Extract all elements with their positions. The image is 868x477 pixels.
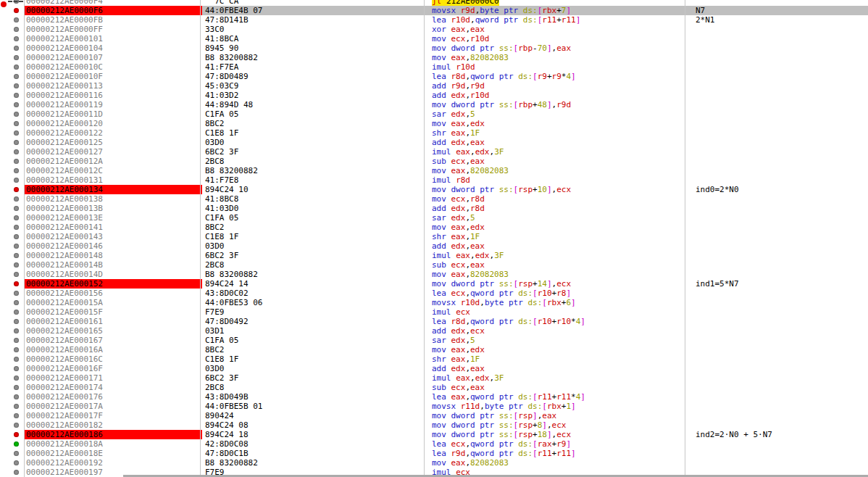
breakpoint-slot-icon[interactable] (14, 253, 19, 258)
disasm-row[interactable]: 00000212AE00016503D1add edx,ecx (0, 326, 868, 336)
disasm-row[interactable]: 00000212AE0000F4^ 7C CAjl 212AE0000C0 (0, 0, 868, 6)
disasm-row[interactable]: 00000212AE00011944:894D 48mov dword ptr … (0, 100, 868, 109)
disasm-row[interactable]: 00000212AE0001048945 90mov dword ptr ss:… (0, 43, 868, 53)
disasm-row[interactable]: 00000212AE00018E47:8D0C1Blea r9d,qword p… (0, 449, 868, 458)
disasm-row[interactable]: 00000212AE00012503D0add edx,eax (0, 138, 868, 147)
disasm-row[interactable]: 00000212AE00010141:8BCAmov ecx,r10d (0, 34, 868, 43)
disasm-row[interactable]: 00000212AE0001716BC2 3Fimul eax,edx,3F (0, 373, 868, 383)
breakpoint-slot-icon[interactable] (14, 460, 19, 465)
disasm-row[interactable]: 00000212AE00017A44:0FBE5B 01movsx r11d,b… (0, 402, 868, 411)
breakpoint-slot-icon[interactable] (14, 83, 19, 88)
active-breakpoint-icon[interactable] (14, 432, 19, 437)
breakpoint-slot-icon[interactable] (14, 46, 19, 51)
breakpoint-slot-icon[interactable] (14, 225, 19, 230)
breakpoint-slot-icon[interactable] (14, 357, 19, 362)
disasm-row[interactable]: 00000212AE000186894C24 18mov dword ptr s… (0, 430, 868, 439)
disasm-row[interactable]: 00000212AE00014B2BC8sub ecx,eax (0, 260, 868, 270)
disasm-row[interactable]: 00000212AE00018A42:8D0C08lea ecx,qword p… (0, 439, 868, 449)
breakpoint-slot-icon[interactable] (14, 300, 19, 305)
breakpoint-slot-icon[interactable] (14, 272, 19, 277)
new-origin-icon[interactable] (14, 441, 19, 447)
disasm-row[interactable]: 00000212AE0001418BC2mov eax,edx (0, 223, 868, 232)
breakpoint-slot-icon[interactable] (14, 196, 19, 202)
breakpoint-slot-icon[interactable] (14, 27, 19, 32)
disasm-row[interactable]: 00000212AE0001486BC2 3Fimul eax,edx,3F (0, 251, 868, 260)
disasm-row[interactable]: 00000212AE00014603D0add edx,eax (0, 241, 868, 251)
disasm-row[interactable]: 00000212AE00015643:8D0C02lea ecx,qword p… (0, 289, 868, 298)
breakpoint-slot-icon[interactable] (14, 376, 19, 381)
breakpoint-slot-icon[interactable] (14, 394, 19, 399)
disasm-row[interactable]: 00000212AE00013141:F7E8imul r8d (0, 175, 868, 185)
breakpoint-slot-icon[interactable] (14, 74, 19, 79)
disasm-row[interactable]: 00000212AE0001208BC2mov eax,edx (0, 119, 868, 128)
breakpoint-slot-icon[interactable] (14, 159, 19, 164)
breakpoint-slot-icon[interactable] (14, 140, 19, 145)
disasm-row[interactable]: 00000212AE00015A44:0FBE53 06movsx r10d,b… (0, 298, 868, 307)
disasm-row[interactable]: 00000212AE00010F47:8D0489lea r8d,qword p… (0, 72, 868, 81)
breakpoint-slot-icon[interactable] (14, 404, 19, 409)
breakpoint-slot-icon[interactable] (14, 244, 19, 249)
disasm-row[interactable]: 00000212AE00011641:03D2add edx,r10d (0, 91, 868, 100)
breakpoint-slot-icon[interactable] (14, 168, 19, 173)
disasm-row[interactable]: 00000212AE0000FF33C0xor eax,eax (0, 25, 868, 34)
breakpoint-slot-icon[interactable] (14, 17, 19, 22)
active-breakpoint-icon[interactable] (14, 281, 19, 286)
breakpoint-slot-icon[interactable] (14, 149, 19, 154)
breakpoint-slot-icon[interactable] (14, 178, 19, 183)
breakpoint-slot-icon[interactable] (14, 262, 19, 267)
active-breakpoint-icon[interactable] (14, 8, 19, 13)
breakpoint-slot-icon[interactable] (14, 413, 19, 418)
disasm-row[interactable]: 00000212AE00014DB8 83200882mov eax,82082… (0, 270, 868, 279)
disasm-row[interactable]: 00000212AE00016F03D0add edx,eax (0, 364, 868, 373)
breakpoint-slot-icon[interactable] (14, 385, 19, 390)
breakpoint-slot-icon[interactable] (14, 55, 19, 60)
disasm-row[interactable]: 00000212AE000182894C24 08mov dword ptr s… (0, 420, 868, 430)
breakpoint-slot-icon[interactable] (14, 215, 19, 220)
breakpoint-slot-icon[interactable] (14, 451, 19, 456)
disasm-row[interactable]: 00000212AE00011345:03C9add r9d,r9d (0, 81, 868, 91)
disasm-row[interactable]: 00000212AE00013841:8BC8mov ecx,r8d (0, 194, 868, 204)
breakpoint-slot-icon[interactable] (14, 328, 19, 333)
disasm-row[interactable]: 00000212AE00012CB8 83200882mov eax,82082… (0, 166, 868, 175)
breakpoint-slot-icon[interactable] (14, 470, 19, 475)
disasm-row[interactable]: 00000212AE00017643:8D049Blea eax,qword p… (0, 392, 868, 402)
breakpoint-slot-icon[interactable] (14, 366, 19, 371)
breakpoint-slot-icon[interactable] (14, 319, 19, 324)
disasm-row[interactable]: 00000212AE00016147:8D0492lea r8d,qword p… (0, 317, 868, 326)
breakpoint-slot-icon[interactable] (14, 121, 19, 126)
disasm-row[interactable]: 00000212AE000134894C24 10mov dword ptr s… (0, 185, 868, 194)
breakpoint-slot-icon[interactable] (14, 93, 19, 98)
breakpoint-slot-icon[interactable] (14, 234, 19, 239)
active-breakpoint-icon[interactable] (14, 187, 19, 192)
disasm-row[interactable]: 00000212AE00015FF7E9imul ecx (0, 307, 868, 317)
breakpoint-slot-icon[interactable] (14, 130, 19, 136)
disasm-row[interactable]: 00000212AE0000FB47:8D141Blea r10d,qword … (0, 15, 868, 25)
disasm-row[interactable]: 00000212AE00016A8BC2mov eax,edx (0, 345, 868, 354)
disasm-row[interactable]: 00000212AE00013EC1FA 05sar edx,5 (0, 213, 868, 223)
breakpoint-slot-icon[interactable] (14, 347, 19, 352)
disasm-row[interactable]: 00000212AE000122C1E8 1Fshr eax,1F (0, 128, 868, 138)
disasm-row[interactable]: 00000212AE0000F644:0FBE4B 07movsx r9d,by… (0, 6, 868, 15)
disasm-row[interactable]: 00000212AE0001276BC2 3Fimul eax,edx,3F (0, 147, 868, 157)
breakpoint-slot-icon[interactable] (14, 206, 19, 211)
disasm-row[interactable]: 00000212AE00013B41:03D0add edx,r8d (0, 204, 868, 213)
breakpoint-slot-icon[interactable] (14, 112, 19, 117)
breakpoint-slot-icon[interactable] (14, 36, 19, 41)
breakpoint-slot-icon[interactable] (14, 291, 19, 296)
disasm-row[interactable]: 00000212AE000152894C24 14mov dword ptr s… (0, 279, 868, 289)
disasm-row[interactable]: 00000212AE00016CC1E8 1Fshr eax,1F (0, 354, 868, 364)
disasm-row[interactable]: 00000212AE00011DC1FA 05sar edx,5 (0, 109, 868, 119)
disasm-row[interactable]: 00000212AE0001742BC8sub ecx,eax (0, 383, 868, 392)
breakpoint-slot-icon[interactable] (14, 102, 19, 107)
disasm-row[interactable]: 00000212AE00012A2BC8sub ecx,eax (0, 157, 868, 166)
disasm-row[interactable]: 00000212AE000107B8 83200882mov eax,82082… (0, 53, 868, 62)
breakpoint-slot-icon[interactable] (14, 310, 19, 315)
breakpoint-slot-icon[interactable] (14, 423, 19, 428)
breakpoint-slot-icon[interactable] (14, 338, 19, 343)
disasm-row[interactable]: 00000212AE00010C41:F7EAimul r10d (0, 62, 868, 72)
breakpoint-slot-icon[interactable] (14, 65, 19, 70)
disasm-row[interactable]: 00000212AE000167C1FA 05sar edx,5 (0, 336, 868, 345)
disasm-row[interactable]: 00000212AE00017F890424mov dword ptr ss:[… (0, 411, 868, 420)
disasm-row[interactable]: 00000212AE000143C1E8 1Fshr eax,1F (0, 232, 868, 241)
disasm-row[interactable]: 00000212AE000192B8 83200882mov eax,82082… (0, 458, 868, 468)
